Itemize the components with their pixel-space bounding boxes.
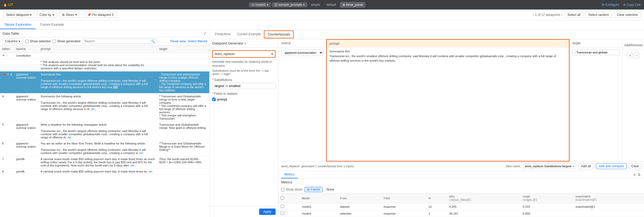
tab-current-example[interactable]: Current Example (36, 20, 68, 29)
dataset-selector[interactable]: ☰ sample_prompts ▾ (272, 2, 307, 7)
table-row-7[interactable]: 7 gsm8k A carnival snack booth made $50 … (0, 156, 209, 169)
add-compare-btn[interactable]: Add and compare (596, 163, 627, 169)
reset-view-btn[interactable]: Reset view (170, 39, 186, 43)
show-selected-checkbox[interactable] (25, 40, 29, 43)
table-row-5[interactable]: 5 gigaword-summar ization Write a headli… (0, 122, 209, 141)
more-tag-7[interactable]: ••• (130, 164, 135, 167)
row-target-6: **Transocean and Globalsantafe Merge in … (157, 141, 209, 156)
select-random-btn[interactable]: Select random (585, 12, 612, 18)
data-table-title: Data Table (3, 31, 19, 35)
three-panel-tab[interactable]: ⊞ three_panel (340, 2, 365, 8)
show-selected-label[interactable]: Show selected (25, 39, 50, 43)
table-row-4[interactable]: 4 gigaword-summar ization Summarize the … (0, 93, 209, 122)
datapoint-nav: ‹ 1 of 12 datapoints › (533, 13, 562, 17)
metrics-row-2-rouge: 0.658 (520, 210, 573, 217)
copy-link-btn[interactable]: ⧉ Copy Link (623, 3, 641, 7)
metrics-row-2-chk[interactable] (281, 211, 284, 215)
add-all-btn[interactable]: Add all (578, 163, 594, 169)
apply-label: Apply (263, 210, 271, 214)
simple-tab[interactable]: simple (308, 2, 323, 8)
pin-row-icon[interactable]: 📌 (2, 73, 6, 76)
bookmark-icon[interactable]: ⚑ (2, 54, 5, 57)
metrics-sort-icon[interactable]: ⇅ (637, 172, 641, 177)
source-select[interactable]: gigaword-summarization (281, 49, 323, 56)
metrics-row-1-chk[interactable] (281, 205, 284, 208)
nav-arrow-left-icon[interactable]: ‹ (533, 13, 534, 17)
expand-icon[interactable]: ⤢ (203, 31, 207, 35)
more-tag-5[interactable]: ••• (67, 136, 72, 139)
row-source (14, 59, 38, 71)
metrics-select-all[interactable] (281, 196, 284, 200)
substitutions-input[interactable] (212, 83, 276, 89)
fields-label: * Fields to replace (212, 92, 276, 96)
select-all-btn[interactable]: Select all (565, 12, 584, 18)
metrics-tab[interactable]: Metrics (281, 171, 298, 178)
metrics-row-1-from: dataset (338, 203, 381, 210)
show-generated-label[interactable]: Show generated (53, 39, 80, 43)
default-tab[interactable]: default (324, 2, 339, 8)
prompt-checkbox[interactable] (212, 98, 216, 101)
table-row-8[interactable]: 8 gsm8k A carnival snack booth made $50 … (0, 169, 209, 175)
slice-name-input[interactable] (523, 164, 576, 169)
show-generated-checkbox[interactable] (53, 40, 56, 43)
metrics-toolbar: Show slices ⊞ Facets : None (279, 186, 644, 193)
metrics-row-1[interactable]: model1 dataset response 12 4.255 0.233 e… (279, 203, 644, 210)
columns-btn[interactable]: Columns ▾ (2, 38, 23, 44)
more-tag-6[interactable]: ••• (138, 151, 143, 155)
star-row-icon[interactable]: ☆ (7, 73, 10, 76)
metrics-row-2-model: model1 (300, 210, 338, 217)
clear-btn[interactable]: Clear (629, 163, 641, 169)
pin-datapoint-btn[interactable]: 📌 Pin datapoint 3 (84, 12, 116, 18)
show-slices-checkbox[interactable] (281, 188, 285, 191)
metrics-row-1-bleu: 4.255 (447, 203, 521, 210)
row-target-7: Thus, the booth earned $1000 - $105 = $<… (157, 156, 209, 169)
row-source-5: gigaword-summar ization (14, 122, 38, 141)
tab-predictions[interactable]: Predictions (212, 31, 234, 38)
metrics-settings-icon[interactable]: ≡ (633, 172, 636, 177)
row-source-7: gsm8k (14, 156, 38, 169)
model-icon: ⊙ (252, 3, 254, 7)
apply-button[interactable]: Apply (259, 209, 276, 215)
top-bar-left: 🔥 LIT (3, 3, 13, 7)
columns-arrow-icon: ▾ (19, 39, 20, 43)
target-input[interactable] (572, 49, 620, 55)
remove-row-btn[interactable]: − (634, 53, 639, 58)
metrics-tools: ≡ ⇅ (633, 172, 641, 177)
tab-counterfactuals[interactable]: Counterfactuals (264, 30, 294, 38)
table-row[interactable]: * The analysis should be brief and to th… (0, 59, 209, 71)
table-row-3[interactable]: 📌 ☆ 3 gigaword-summar ization Summarize … (0, 71, 209, 93)
pin-icon: 📌 (87, 13, 91, 17)
slices-arrow-icon: ▾ (75, 13, 77, 17)
lit-logo: 🔥 LIT (3, 3, 13, 7)
table-row-6[interactable]: 6 gigaword-summar ization You are an edi… (0, 141, 209, 156)
metrics-row-1-rouge: 0.233 (520, 203, 573, 210)
tab-current-example-right[interactable]: Current Example (234, 31, 264, 38)
slices-btn[interactable]: ⊞ Slices ▾ (59, 12, 80, 18)
more-tag-3[interactable]: ••• (113, 85, 118, 89)
metrics-section-title: Metrics (279, 179, 644, 186)
clear-selection-btn[interactable]: Clear selection (614, 12, 641, 18)
model-selector[interactable]: ⊙ model1 ▾ (249, 2, 271, 7)
facets-btn[interactable]: ⊞ Facets (304, 187, 323, 192)
nav-arrow-right-icon[interactable]: › (562, 13, 563, 17)
select-datapoint-btn[interactable]: Select datapoint ▾ (3, 12, 34, 18)
add-remove-header: Add/Remove (623, 41, 644, 49)
cf-data-area: source gigaword-summarization prompt (279, 39, 644, 217)
more-tag-4[interactable]: ••• (90, 107, 95, 111)
more-tag-8[interactable]: ••• (148, 170, 153, 173)
generator-dropdown[interactable]: word_replacer ▾ (212, 50, 276, 58)
metrics-area: Metrics ≡ ⇅ Metrics Show slices (279, 171, 644, 217)
search-icon: 🔍 (151, 39, 155, 43)
select-filtered-btn[interactable]: Select filtered (188, 39, 207, 43)
tab-tabular-exploration[interactable]: Tabular Exploration (0, 20, 36, 29)
table-row[interactable]: ⚑ ☆ constitution (0, 53, 209, 59)
show-slices-btn[interactable]: Show slices (281, 188, 302, 191)
star-icon[interactable]: ☆ (5, 54, 8, 57)
search-input[interactable] (84, 39, 151, 43)
configure-link[interactable]: ⚙ Configure (602, 3, 619, 7)
metrics-row-2[interactable]: model1 selection response 1 36.167 0.658 (279, 210, 644, 217)
add-row-btn[interactable]: + (628, 53, 633, 58)
info-icon[interactable]: ℹ (245, 42, 246, 45)
row-target (157, 53, 209, 59)
color-by-btn[interactable]: Color by ▾ (37, 12, 57, 18)
